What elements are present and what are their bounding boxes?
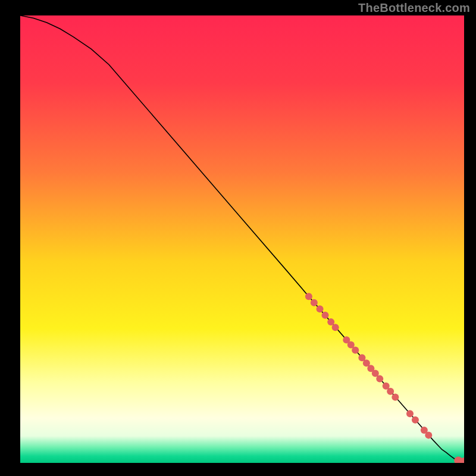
scatter-point xyxy=(311,299,318,306)
watermark-text: TheBottleneck.com xyxy=(358,1,470,15)
scatter-point xyxy=(392,393,399,400)
scatter-point xyxy=(406,410,414,417)
scatter-point xyxy=(322,312,329,319)
scatter-point xyxy=(387,388,394,395)
scatter-point xyxy=(412,416,419,424)
chart-stage: TheBottleneck.com xyxy=(0,0,476,476)
scatter-point xyxy=(352,347,359,354)
chart-svg xyxy=(20,15,464,463)
scatter-point xyxy=(317,305,324,312)
scatter-point xyxy=(332,324,339,331)
scatter-point xyxy=(305,293,312,300)
scatter-point xyxy=(376,375,383,383)
plot-area xyxy=(20,15,464,463)
scatter-point xyxy=(425,431,432,439)
